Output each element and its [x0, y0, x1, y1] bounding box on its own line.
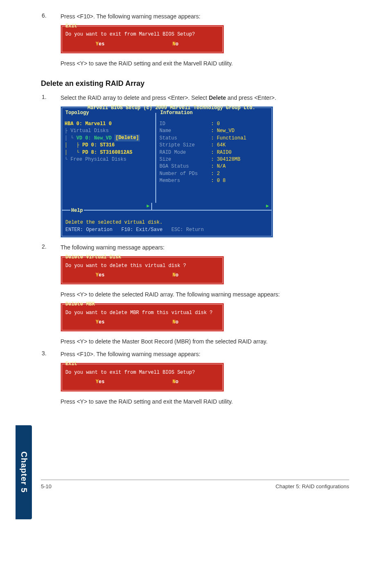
info-row: Members: 0 8 [159, 177, 268, 184]
bios-setup-panel: Marvell BIOS Setup (c) 2009 Marvell Tech… [61, 106, 273, 238]
step-text: The following warning message appears: [61, 243, 349, 252]
info-row: BGA Status: N/A [159, 163, 268, 170]
option-no[interactable]: No [142, 272, 219, 279]
dialog-frame: Exit Do you want to exit from Marvell BI… [61, 25, 224, 54]
help-description: Delete the selected virtual disk. [65, 219, 268, 226]
section-heading: Delete an existing RAID Array [41, 79, 349, 88]
dialog-options: Yes No [65, 269, 219, 280]
delete-vd-dialog: Delete Virtual Disk Do you want to delet… [61, 256, 224, 285]
dialog-message: Do you want to exit from Marvell BIOS Se… [65, 369, 219, 376]
info-row: Size: 304128MB [159, 156, 268, 163]
option-no[interactable]: No [142, 319, 219, 326]
step-text: Press <Y> to delete the selected RAID ar… [61, 290, 349, 299]
delete-mbr-dialog: Delete MBR Do you want to delete MBR fro… [61, 303, 224, 332]
step-number: 6. [42, 12, 47, 19]
option-no[interactable]: No [142, 379, 219, 386]
dialog-message: Do you want to exit from Marvell BIOS Se… [65, 31, 219, 38]
tree-pd8[interactable]: │ └ PD 8: ST3160812AS [65, 149, 153, 156]
option-yes[interactable]: Yes [65, 272, 142, 279]
step-text-after: Press <Y> to save the RAID setting and e… [61, 59, 349, 68]
page-footer: 5-10 Chapter 5: RAID configurations [41, 480, 349, 489]
dialog-frame: Exit Do you want to exit from Marvell BI… [61, 363, 224, 391]
info-row: Name: New_VD [159, 128, 268, 135]
step-text: Press <Y> to delete the Master Boot Reco… [61, 337, 349, 346]
tree-pd0[interactable]: │ ├ PD 0: ST316 [65, 142, 153, 149]
scroll-arrows: ▶ ▶ [62, 203, 271, 210]
topology-pane: Topology HBA 0: Marvell 0 ├ Virtual Disk… [62, 113, 156, 203]
chapter-title: Chapter 5: RAID configurations [276, 483, 349, 489]
information-label: Information [159, 110, 193, 117]
dialog-title: Exit [65, 23, 219, 30]
step-3: 3. Press <F10>. The following warning me… [41, 350, 349, 406]
step-1: 1. Select the RAID array to delete and p… [41, 94, 349, 238]
info-row: Number of PDs: 2 [159, 171, 268, 177]
step-text: Press <Y> to save the RAID setting and e… [61, 397, 349, 406]
dialog-title: Exit [65, 361, 219, 368]
step-text: Press <F10>. The following warning messa… [61, 12, 349, 21]
help-label: Help [70, 207, 84, 214]
tree-selected-vd[interactable]: │ └ VD 0: New_VD [Delete] [65, 135, 153, 142]
exit-dialog: Exit Do you want to exit from Marvell BI… [61, 25, 224, 54]
step-6: 6. Press <F10>. The following warning me… [41, 12, 349, 68]
information-pane: Information ID: 0 Name: New_VD Status: F… [156, 113, 271, 203]
topology-tree: HBA 0: Marvell 0 ├ Virtual Disks │ └ VD … [65, 121, 153, 163]
bios-panes: Topology HBA 0: Marvell 0 ├ Virtual Disk… [62, 113, 271, 203]
dialog-frame: Delete MBR Do you want to delete MBR fro… [61, 303, 224, 332]
step-list-top: 6. Press <F10>. The following warning me… [41, 12, 349, 68]
step-number: 2. [42, 243, 47, 250]
dialog-frame: Delete Virtual Disk Do you want to delet… [61, 256, 224, 285]
info-row: Stripte Size: 64K [159, 142, 268, 149]
step-list-delete: 1. Select the RAID array to delete and p… [41, 94, 349, 406]
dialog-options: Yes No [65, 316, 219, 327]
dialog-options: Yes No [65, 38, 219, 49]
tree-free-disks[interactable]: └ Free Physical Disks [65, 156, 153, 163]
info-row: RAID Mode: RAID0 [159, 149, 268, 156]
option-yes[interactable]: Yes [65, 319, 142, 326]
tree-hba[interactable]: HBA 0: Marvell 0 [65, 121, 153, 128]
dialog-options: Yes No [65, 376, 219, 386]
option-yes[interactable]: Yes [65, 41, 142, 48]
chapter-tab: Chapter 5 [16, 425, 32, 519]
step-number: 1. [42, 94, 47, 100]
dialog-message: Do you want to delete MBR from this virt… [65, 310, 219, 316]
info-row: Status: Functional [159, 135, 268, 142]
info-row: ID: 0 [159, 121, 268, 128]
topology-label: Topology [65, 110, 90, 117]
dialog-message: Do you want to delete this virtual disk … [65, 263, 219, 269]
delete-badge[interactable]: [Delete] [114, 135, 140, 141]
help-keys: ENTER: Operation F10: Exit/Save ESC: Ret… [65, 227, 268, 233]
page-number: 5-10 [41, 483, 52, 489]
info-list: ID: 0 Name: New_VD Status: Functional St… [159, 121, 268, 185]
tree-virtual-disks[interactable]: ├ Virtual Disks [65, 128, 153, 135]
step-text: Select the RAID array to delete and pres… [61, 94, 349, 102]
dialog-title: Delete Virtual Disk [65, 254, 219, 261]
step-number: 3. [42, 350, 47, 357]
help-pane: Help Delete the selected virtual disk. E… [62, 210, 271, 236]
arrow-right-icon[interactable]: ▶ [152, 203, 271, 210]
exit-dialog-2: Exit Do you want to exit from Marvell BI… [61, 363, 224, 391]
bios-frame: Marvell BIOS Setup (c) 2009 Marvell Tech… [61, 106, 273, 238]
step-2: 2. The following warning message appears… [41, 243, 349, 346]
option-no[interactable]: No [142, 41, 219, 48]
step-text: Press <F10>. The following warning messa… [61, 350, 349, 359]
option-yes[interactable]: Yes [65, 379, 142, 386]
dialog-title: Delete MBR [65, 301, 219, 308]
